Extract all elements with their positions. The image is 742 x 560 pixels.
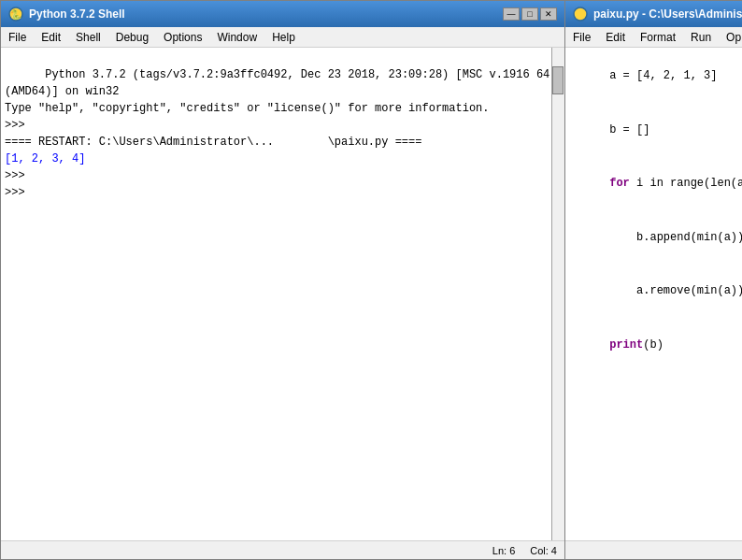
code-line-3: for i in range(len(a)): bbox=[569, 157, 742, 211]
menu-options[interactable]: Options bbox=[156, 27, 209, 47]
output-line3: Type "help", "copyright", "credits" or "… bbox=[5, 102, 489, 115]
prompt2: >>> bbox=[5, 169, 32, 182]
menu-window[interactable]: Window bbox=[209, 27, 264, 47]
shell-content[interactable]: Python 3.7.2 (tags/v3.7.2:9a3ffc0492, De… bbox=[1, 48, 564, 540]
prompt1: >>> bbox=[5, 119, 32, 132]
menu-help[interactable]: Help bbox=[264, 27, 303, 47]
code-line-1: a = [4, 2, 1, 3] bbox=[569, 50, 742, 104]
shell-menu-bar: File Edit Shell Debug Options Window Hel… bbox=[1, 27, 564, 48]
menu-shell[interactable]: Shell bbox=[68, 27, 108, 47]
maximize-button[interactable]: □ bbox=[521, 7, 538, 21]
editor-content[interactable]: a = [4, 2, 1, 3] b = [] for i in range(l… bbox=[565, 48, 742, 540]
shell-output-area: Python 3.7.2 (tags/v3.7.2:9a3ffc0492, De… bbox=[5, 50, 561, 218]
status-col: Col: 4 bbox=[530, 545, 557, 556]
editor-python-icon bbox=[573, 7, 588, 22]
editor-menu-edit[interactable]: Edit bbox=[598, 27, 633, 47]
shell-status-bar: Ln: 6 Col: 4 bbox=[1, 540, 564, 559]
prompt3: >>> bbox=[5, 186, 32, 199]
output-line2: (AMD64)] on win32 bbox=[5, 85, 119, 98]
scrollbar-thumb[interactable] bbox=[552, 66, 564, 94]
code-line-4: b.append(min(a)) bbox=[569, 211, 742, 266]
editor-menu-bar: File Edit Format Run Op... bbox=[565, 27, 742, 48]
window-controls: — □ ✕ bbox=[503, 7, 557, 21]
editor-menu-run[interactable]: Run bbox=[683, 27, 719, 47]
code-line-5: a.remove(min(a)) bbox=[569, 265, 742, 319]
output-line1: Python 3.7.2 (tags/v3.7.2:9a3ffc0492, De… bbox=[45, 68, 564, 81]
svg-text:🐍: 🐍 bbox=[10, 8, 22, 21]
status-ln: Ln: 6 bbox=[492, 545, 515, 556]
editor-window: paixu.py - C:\Users\Administ... File Edi… bbox=[565, 0, 742, 560]
close-button[interactable]: ✕ bbox=[540, 7, 557, 21]
editor-title-text: paixu.py - C:\Users\Administ... bbox=[593, 7, 742, 21]
svg-point-2 bbox=[574, 7, 587, 21]
shell-title-text: Python 3.7.2 Shell bbox=[29, 7, 497, 21]
restart-line: ==== RESTART: C:\Users\Administrator\...… bbox=[5, 136, 421, 149]
shell-scrollbar[interactable] bbox=[551, 48, 564, 540]
minimize-button[interactable]: — bbox=[503, 7, 520, 21]
editor-title-bar: paixu.py - C:\Users\Administ... bbox=[565, 1, 742, 27]
code-line-2: b = [] bbox=[569, 104, 742, 158]
menu-file[interactable]: File bbox=[1, 27, 34, 47]
shell-window: 🐍 Python 3.7.2 Shell — □ ✕ File Edit She… bbox=[0, 0, 565, 560]
editor-status-bar bbox=[565, 540, 742, 559]
editor-menu-file[interactable]: File bbox=[565, 27, 598, 47]
shell-title-bar: 🐍 Python 3.7.2 Shell — □ ✕ bbox=[1, 1, 564, 27]
menu-debug[interactable]: Debug bbox=[108, 27, 156, 47]
python-icon: 🐍 bbox=[8, 7, 23, 22]
editor-menu-format[interactable]: Format bbox=[633, 27, 683, 47]
code-line-6: print(b) bbox=[569, 319, 742, 373]
editor-menu-op[interactable]: Op... bbox=[719, 27, 742, 47]
menu-edit[interactable]: Edit bbox=[34, 27, 68, 47]
list-output: [1, 2, 3, 4] bbox=[5, 152, 85, 165]
